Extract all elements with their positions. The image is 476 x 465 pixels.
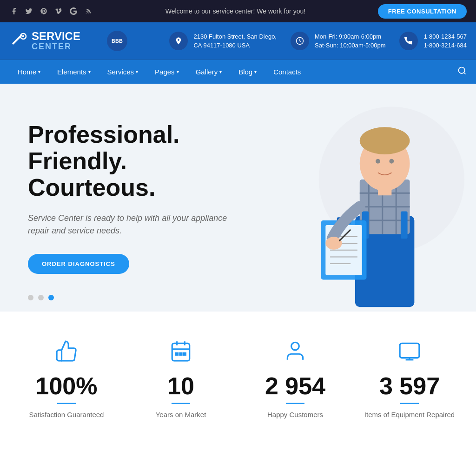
svg-point-18 (376, 159, 380, 164)
logo-icon (9, 32, 28, 50)
slider-dots (28, 295, 54, 300)
stat-satisfaction-number: 100% (36, 374, 98, 398)
phone-text: 1-800-1234-567 1-800-3214-684 (423, 32, 467, 50)
nav-services[interactable]: Services ▾ (99, 60, 147, 84)
phone-icon (399, 32, 418, 50)
person-icon (284, 339, 307, 365)
stat-years-number: 10 (167, 374, 194, 398)
clock-icon (291, 32, 309, 50)
hero-image (234, 84, 476, 312)
search-icon[interactable] (457, 66, 467, 78)
svg-line-6 (464, 73, 466, 74)
facebook-icon[interactable] (9, 7, 19, 16)
logo-service: SERVICE (32, 31, 80, 42)
stat-years: 10 Years on Market (134, 339, 227, 418)
stat-equipment: 3 597 Items of Equipment Repaired (363, 339, 456, 418)
stat-satisfaction-line (57, 403, 76, 404)
svg-point-17 (360, 127, 410, 154)
nav-items: Home ▾ Elements ▾ Services ▾ Pages ▾ Gal… (9, 60, 457, 84)
top-bar: Welcome to our service center! We work f… (0, 0, 476, 22)
stats-section: 100% Satisfaction Guaranteed 10 Years on… (0, 312, 476, 442)
svg-rect-20 (378, 186, 391, 196)
nav-pages[interactable]: Pages ▾ (146, 60, 187, 84)
twitter-icon[interactable] (24, 7, 33, 16)
bbb-badge: BBB (107, 31, 127, 51)
stat-customers-number: 2 954 (265, 374, 325, 398)
stat-customers: 2 954 Happy Customers (249, 339, 342, 418)
stat-equipment-label: Items of Equipment Repaired (364, 411, 455, 418)
nav-gallery[interactable]: Gallery ▾ (187, 60, 231, 84)
nav-elements[interactable]: Elements ▾ (49, 60, 99, 84)
address-text: 2130 Fulton Street, San Diego, CA 94117-… (193, 32, 277, 50)
svg-rect-22 (401, 211, 408, 239)
logo[interactable]: SERVICE CENTER (9, 31, 93, 52)
site-header: SERVICE CENTER BBB 2130 Fulton Street, S… (0, 22, 476, 60)
svg-rect-37 (176, 353, 178, 355)
slide-dot-1[interactable] (28, 295, 33, 300)
calendar-icon (169, 339, 192, 365)
svg-rect-38 (180, 353, 182, 355)
hero-subtitle: Service Center is ready to help with all… (28, 212, 232, 237)
svg-point-40 (291, 342, 299, 350)
svg-point-5 (459, 67, 465, 73)
logo-center: CENTER (32, 42, 80, 52)
nav-blog[interactable]: Blog ▾ (230, 60, 265, 84)
hours-info: Mon-Fri: 9:00am-6:00pm Sat-Sun: 10:00am-… (291, 32, 385, 50)
topbar-message: Welcome to our service center! We work f… (165, 7, 305, 15)
pinterest-icon[interactable] (39, 7, 48, 16)
svg-point-0 (86, 13, 86, 13)
phone-info: 1-800-1234-567 1-800-3214-684 (399, 32, 467, 50)
vimeo-icon[interactable] (54, 7, 63, 16)
stat-years-label: Years on Market (156, 411, 206, 418)
main-nav: Home ▾ Elements ▾ Services ▾ Pages ▾ Gal… (0, 60, 476, 84)
header-info: 2130 Fulton Street, San Diego, CA 94117-… (169, 32, 467, 50)
location-icon (169, 32, 188, 50)
hours-text: Mon-Fri: 9:00am-6:00pm Sat-Sun: 10:00am-… (315, 32, 385, 50)
technician-illustration (244, 88, 467, 312)
thumbs-up-icon (55, 339, 78, 365)
free-consultation-button[interactable]: FREE CONSULTATION (378, 4, 467, 19)
slide-dot-3[interactable] (48, 295, 54, 300)
stat-satisfaction-label: Satisfaction Guaranteed (29, 411, 104, 418)
order-diagnostics-button[interactable]: ORDER DIAGNOSTICS (28, 254, 129, 274)
svg-rect-33 (172, 343, 190, 361)
logo-text: SERVICE CENTER (32, 31, 80, 52)
stat-satisfaction: 100% Satisfaction Guaranteed (20, 339, 113, 418)
stat-customers-line (286, 403, 304, 404)
svg-point-19 (389, 159, 394, 164)
svg-point-31 (325, 237, 342, 249)
rss-icon[interactable] (84, 7, 93, 16)
svg-rect-3 (22, 35, 24, 37)
stat-equipment-number: 3 597 (379, 374, 440, 398)
hero-section: Professional. Friendly. Courteous. Servi… (0, 84, 476, 312)
nav-contacts[interactable]: Contacts (265, 60, 309, 84)
svg-rect-41 (400, 343, 419, 358)
slide-dot-2[interactable] (38, 295, 44, 300)
stat-years-line (172, 403, 190, 404)
tv-icon (398, 339, 421, 365)
stat-customers-label: Happy Customers (267, 411, 323, 418)
address-info: 2130 Fulton Street, San Diego, CA 94117-… (169, 32, 277, 50)
stat-equipment-line (400, 403, 419, 404)
svg-rect-39 (184, 353, 185, 355)
google-icon[interactable] (69, 7, 78, 16)
hero-content: Professional. Friendly. Courteous. Servi… (28, 121, 232, 274)
hero-title: Professional. Friendly. Courteous. (28, 121, 232, 201)
social-links (9, 7, 93, 16)
nav-home[interactable]: Home ▾ (9, 60, 49, 84)
